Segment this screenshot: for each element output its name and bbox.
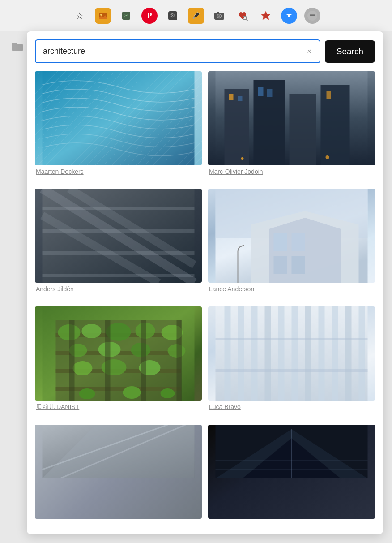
svg-rect-83 <box>319 306 325 401</box>
svg-line-12 <box>246 19 247 21</box>
result-item[interactable]: Marc-Olivier Jodoin <box>208 71 375 182</box>
camera-icon[interactable] <box>211 8 227 24</box>
svg-point-49 <box>243 245 244 246</box>
bookmark-icon[interactable]: ☆ <box>72 8 88 24</box>
svg-rect-88 <box>216 369 368 372</box>
clear-icon[interactable]: × <box>304 47 314 56</box>
svg-rect-76 <box>225 306 231 401</box>
badge-icon[interactable] <box>258 8 274 24</box>
svg-rect-81 <box>292 306 298 401</box>
result-item[interactable]: Lance Anderson <box>208 189 375 300</box>
heart-search-icon[interactable] <box>234 8 251 24</box>
search-button[interactable]: Search <box>325 40 375 63</box>
result-image <box>208 425 375 519</box>
zoom-icon[interactable] <box>281 8 297 24</box>
result-author: Maarten Deckers <box>35 168 202 175</box>
dropper-icon[interactable] <box>188 8 204 24</box>
svg-rect-80 <box>278 306 285 401</box>
result-item[interactable]: Anders Jildén <box>35 189 202 300</box>
result-image <box>35 306 202 401</box>
result-author: Anders Jildén <box>35 285 202 293</box>
result-image <box>208 71 375 165</box>
svg-rect-79 <box>265 306 271 401</box>
result-item[interactable] <box>208 425 375 526</box>
svg-rect-27 <box>290 94 316 165</box>
svg-point-73 <box>123 386 141 399</box>
svg-rect-44 <box>274 233 287 251</box>
svg-rect-82 <box>305 306 311 401</box>
svg-point-1 <box>100 14 102 16</box>
svg-point-57 <box>82 324 102 338</box>
svg-point-31 <box>326 155 329 159</box>
svg-point-30 <box>241 157 244 160</box>
svg-rect-18 <box>310 17 315 18</box>
svg-rect-38 <box>43 251 195 255</box>
svg-point-74 <box>161 388 175 398</box>
results-grid: Maarten Deckers <box>27 69 383 534</box>
svg-rect-84 <box>332 306 338 401</box>
menu-icon[interactable] <box>304 8 320 24</box>
svg-rect-28 <box>321 85 350 165</box>
svg-rect-17 <box>310 15 315 16</box>
search-input-wrapper: × <box>35 39 320 63</box>
result-image <box>208 189 375 283</box>
result-image <box>35 71 202 165</box>
toolbar: ☆ ✂ P ⚙ <box>0 0 392 31</box>
scissors-icon[interactable]: ✂ <box>118 8 134 24</box>
result-author: Lance Anderson <box>208 285 375 293</box>
svg-rect-23 <box>238 96 243 101</box>
svg-rect-46 <box>274 256 287 274</box>
sidebar <box>9 31 26 534</box>
svg-rect-21 <box>225 89 249 165</box>
svg-rect-29 <box>327 91 331 99</box>
search-area: × Search <box>27 31 383 69</box>
svg-rect-87 <box>216 338 368 340</box>
pinterest-icon[interactable]: P <box>141 8 158 24</box>
result-image <box>208 306 375 401</box>
svg-rect-71 <box>177 320 182 401</box>
svg-rect-25 <box>258 87 264 96</box>
folder-icon[interactable] <box>11 40 24 53</box>
result-image <box>35 425 202 519</box>
svg-rect-85 <box>345 306 352 401</box>
svg-rect-78 <box>251 306 258 401</box>
svg-point-9 <box>218 15 220 17</box>
svg-rect-47 <box>292 256 305 274</box>
result-author: Marc-Olivier Jodoin <box>208 168 375 175</box>
svg-rect-86 <box>359 306 365 401</box>
svg-rect-45 <box>292 233 305 251</box>
svg-rect-68 <box>69 320 75 401</box>
svg-marker-13 <box>261 11 270 20</box>
result-image <box>35 189 202 283</box>
result-item[interactable]: Maarten Deckers <box>35 71 202 182</box>
svg-text:⚙: ⚙ <box>170 12 175 19</box>
svg-rect-69 <box>105 320 111 401</box>
svg-rect-19 <box>43 71 195 165</box>
tools-icon[interactable]: ⚙ <box>165 8 181 24</box>
svg-point-65 <box>73 361 93 375</box>
result-item[interactable]: 贝莉儿 DANIST <box>35 306 202 418</box>
svg-rect-70 <box>141 320 146 401</box>
result-item[interactable] <box>35 425 202 526</box>
result-item[interactable]: Luca Bravo <box>208 306 375 418</box>
svg-point-72 <box>79 388 95 399</box>
svg-rect-77 <box>238 306 244 401</box>
svg-point-6 <box>193 17 195 19</box>
svg-rect-39 <box>43 274 195 277</box>
search-panel: × Search <box>27 31 383 534</box>
svg-rect-37 <box>43 229 195 233</box>
search-input[interactable] <box>36 40 320 62</box>
svg-rect-36 <box>43 207 195 210</box>
svg-text:✂: ✂ <box>124 12 129 19</box>
svg-rect-22 <box>229 94 234 100</box>
svg-rect-26 <box>267 89 273 97</box>
photos-icon[interactable] <box>95 8 111 24</box>
svg-rect-10 <box>217 12 219 13</box>
result-author: 贝莉儿 DANIST <box>35 403 202 411</box>
result-author: Luca Bravo <box>208 403 375 410</box>
svg-rect-16 <box>310 14 315 15</box>
